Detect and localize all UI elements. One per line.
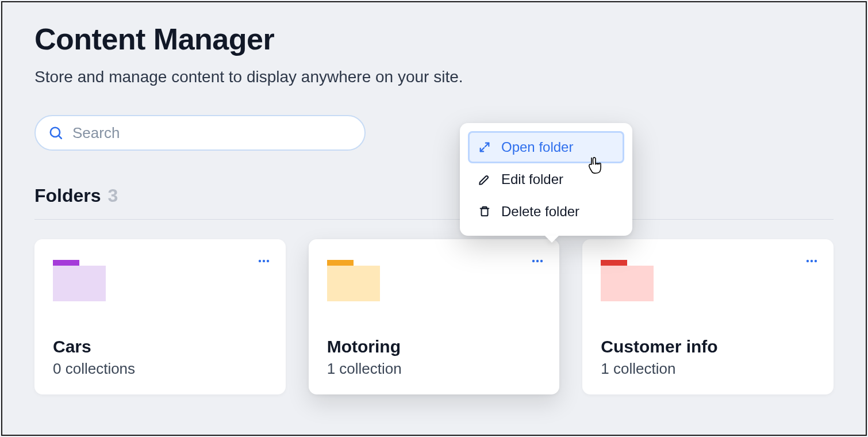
expand-icon	[478, 141, 491, 154]
search-field[interactable]	[34, 115, 366, 151]
folder-icon	[53, 260, 106, 301]
search-input[interactable]	[71, 124, 352, 143]
search-icon	[48, 125, 63, 140]
svg-point-7	[540, 260, 543, 262]
page-subtitle: Store and manage content to display anyw…	[34, 68, 834, 86]
menu-label: Open folder	[501, 139, 573, 155]
folders-count: 3	[108, 185, 118, 206]
folder-card-customer-info[interactable]: Customer info 1 collection	[582, 239, 834, 394]
menu-label: Edit folder	[501, 171, 563, 187]
svg-rect-13	[482, 209, 488, 216]
folder-icon	[601, 260, 654, 301]
more-icon[interactable]	[805, 254, 819, 268]
menu-edit-folder[interactable]: Edit folder	[468, 163, 624, 195]
folder-name: Cars	[53, 337, 267, 356]
folder-cards: Cars 0 collections Motoring 1 collection…	[34, 239, 834, 394]
folder-subtitle: 0 collections	[53, 360, 267, 378]
folder-name: Motoring	[327, 337, 541, 356]
more-icon[interactable]	[257, 254, 271, 268]
pencil-icon	[478, 173, 491, 186]
svg-point-6	[536, 260, 539, 262]
folder-context-menu: Open folder Edit folder Delete folder	[460, 123, 632, 236]
folder-subtitle: 1 collection	[601, 360, 815, 378]
svg-point-8	[806, 260, 809, 262]
folder-name: Customer info	[601, 337, 815, 356]
menu-open-folder[interactable]: Open folder	[468, 131, 624, 163]
svg-point-9	[811, 260, 813, 262]
folders-label: Folders	[34, 185, 101, 206]
svg-point-10	[815, 260, 817, 262]
folder-card-cars[interactable]: Cars 0 collections	[34, 239, 286, 394]
svg-point-2	[258, 260, 260, 262]
content-manager-page: Content Manager Store and manage content…	[1, 1, 867, 436]
page-title: Content Manager	[34, 22, 834, 56]
menu-label: Delete folder	[501, 204, 579, 220]
menu-delete-folder[interactable]: Delete folder	[468, 195, 624, 228]
svg-line-1	[59, 136, 62, 139]
folder-card-motoring[interactable]: Motoring 1 collection	[309, 239, 560, 394]
svg-point-5	[532, 260, 535, 262]
folder-subtitle: 1 collection	[327, 360, 541, 378]
more-icon[interactable]	[531, 254, 544, 268]
divider	[34, 219, 834, 220]
svg-point-3	[262, 260, 264, 262]
folder-icon	[327, 260, 380, 301]
folders-header: Folders 3	[34, 185, 834, 206]
svg-point-4	[266, 260, 268, 262]
trash-icon	[478, 205, 491, 218]
